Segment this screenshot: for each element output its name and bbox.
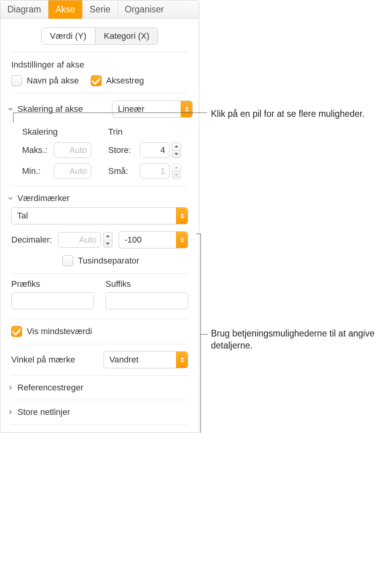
placeholder: Auto [69,145,87,155]
checkbox-icon [11,326,22,337]
checkbox-label: Navn på akse [27,76,79,86]
segment-label: Værdi (Y) [50,31,86,41]
scale-column-label: Skalering [22,127,102,137]
chevron-down-icon [7,195,14,201]
tab-label: Akse [55,4,75,15]
scale-min-input[interactable]: Auto [54,163,91,179]
decimals-label: Decimaler: [11,235,52,245]
suffix-input[interactable] [105,292,188,309]
prefix-input[interactable] [11,292,94,309]
checkbox-label: Vis mindsteværdi [27,326,92,336]
decimals-stepper[interactable] [103,232,112,248]
scale-type-popup[interactable]: Lineær [112,101,193,118]
checkbox-thousand-separator[interactable]: Tusindseparator [62,255,188,266]
callout-text: Klik på en pil for at se flere mulighede… [211,108,364,120]
updown-icon [181,101,192,117]
major-steps-input[interactable]: 4 [140,142,169,158]
scale-max-input[interactable]: Auto [54,142,91,158]
tab-arrange[interactable]: Organiser [118,0,171,19]
negative-format-popup[interactable]: -100 [119,231,188,248]
min-label: Min.: [22,166,50,176]
prefix-label: Præfiks [11,279,94,289]
axis-settings-heading: Indstillinger af akse [0,52,199,75]
inspector-tabbar: Diagram Akse Serie Organiser [0,0,199,19]
max-label: Maks.: [22,145,50,155]
section-title: Referencestreger [17,383,83,393]
tab-label: Organiser [125,4,164,15]
suffix-label: Suffiks [105,279,188,289]
major-gridlines-header[interactable]: Store netlinjer [0,400,199,424]
chevron-right-icon [7,409,14,415]
scale-section-header[interactable]: Skalering af akse Lineær [0,94,199,125]
updown-icon [176,352,188,368]
label-angle-label: Vinkel på mærke [11,355,95,365]
tab-axis[interactable]: Akse [48,0,83,19]
segment-value-y[interactable]: Værdi (Y) [41,28,95,44]
tab-series[interactable]: Serie [83,0,118,19]
steps-column-label: Trin [108,127,188,137]
checkbox-show-min[interactable]: Vis mindsteværdi [11,326,92,337]
input-value: 1 [161,166,165,176]
chevron-right-icon [7,385,14,391]
callout-text: Brug betjeningsmulighederne til at angiv… [211,328,392,352]
minor-label: Små: [108,166,136,176]
updown-icon [176,232,188,248]
segment-category-x[interactable]: Kategori (X) [95,28,158,44]
chevron-down-icon [7,106,14,112]
label-format-popup[interactable]: Tal [11,207,188,224]
checkbox-label: Aksestreg [106,76,144,86]
updown-icon [176,208,188,224]
popup-value: Tal [12,211,176,221]
checkbox-axis-name[interactable]: Navn på akse [11,75,79,86]
section-title: Værdimærker [17,193,69,203]
checkbox-label: Tusindseparator [78,256,139,266]
value-labels-header[interactable]: Værdimærker [0,186,199,207]
checkbox-icon [91,75,102,86]
decimals-input[interactable]: Auto [58,232,101,248]
minor-stepper [172,163,181,179]
label-angle-popup[interactable]: Vandret [104,351,188,368]
popup-value: -100 [119,235,176,245]
checkbox-icon [11,75,22,86]
reference-lines-header[interactable]: Referencestreger [0,376,199,400]
placeholder: Auto [79,235,97,245]
tab-label: Serie [90,4,111,15]
checkbox-axis-line[interactable]: Aksestreg [91,75,144,86]
major-stepper[interactable] [172,142,181,158]
tab-label: Diagram [7,4,41,15]
tab-diagram[interactable]: Diagram [0,0,48,19]
minor-steps-input[interactable]: 1 [140,163,169,179]
axis-segmented-control: Værdi (Y) Kategori (X) [41,28,159,45]
placeholder: Auto [69,166,87,176]
checkbox-icon [62,255,73,266]
segment-label: Kategori (X) [104,31,149,41]
popup-value: Vandret [104,355,176,365]
format-inspector-panel: Diagram Akse Serie Organiser Værdi (Y) K… [0,0,199,433]
section-title: Store netlinjer [17,407,70,417]
input-value: 4 [161,145,165,155]
major-label: Store: [108,145,136,155]
